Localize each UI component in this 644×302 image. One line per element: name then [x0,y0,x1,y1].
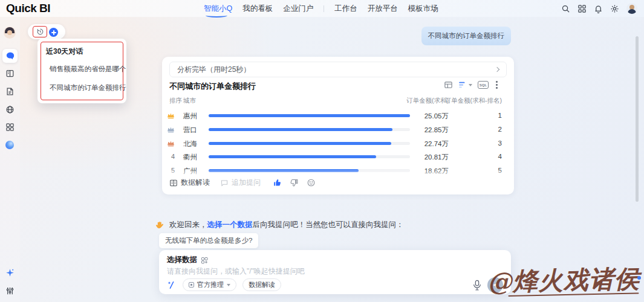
follow-up-button[interactable]: 追加提问 [220,178,261,188]
bell-icon[interactable] [594,4,603,13]
nav-item-6[interactable]: 模板市场 [408,4,438,14]
bar-fill [209,128,392,131]
follow-up-label: 追加提问 [232,178,261,188]
select-data-link[interactable]: 选择一个数据 [207,220,253,229]
column-sort: 排序 [169,97,182,105]
apps-grid-icon[interactable] [577,4,587,13]
bar-track [209,142,410,145]
history-item-label: 销售额最高的省份是哪个 [50,65,126,74]
adjust-sliders-icon[interactable] [5,286,15,295]
data-interpret-button[interactable]: 数据解读 [169,178,210,188]
interpret-book-icon [169,179,178,187]
city-cell: 营口 [183,126,197,135]
analysis-card: 分析完毕（用时25秒） 不同城市的订单金额排行 SQL 排序 城市 订单金额(求… [162,57,514,194]
bar-track [209,128,410,131]
top-nav: 智能小Q 我的看板 企业门户 工作台 开放平台 模板市场 [204,0,438,17]
analysis-status-text: 分析完毕（用时25秒） [177,65,250,75]
left-sidebar [0,17,20,302]
avatar-face [7,30,12,35]
history-button[interactable] [33,26,47,37]
data-interpret-label: 数据解读 [181,178,210,188]
rank-number-cell: 5 [428,167,502,174]
rank-medal-cell [167,140,179,147]
rank-medal-cell: 5 [167,167,179,174]
dataset-grid-icon [201,257,208,264]
bar-fill [209,169,359,172]
assistant-avatar[interactable] [4,27,16,39]
nav-item-4[interactable]: 工作台 [334,4,357,14]
card-footer: 数据解读 追加提问 [169,178,316,188]
sidebar-item-analysis[interactable] [5,105,15,114]
select-data-label: 选择数据 [167,255,197,265]
history-list-item[interactable]: 不同城市的订单金额排行 [46,83,118,92]
microphone-icon[interactable] [472,280,482,292]
chevron-down-icon [469,84,472,86]
quick-ask-icon[interactable] [167,280,177,290]
input-toolbar: 官方推理 数据解读 [167,278,281,291]
nav-item-1[interactable]: 智能小Q [204,4,232,14]
annotation-red-box: 近30天对话 销售额最高的省份是哪个 不同城市的订单金额排行 [41,42,123,100]
nav-item-3[interactable]: 企业门户 [283,4,313,14]
table-row: 4 衢州 20.81万 4 [162,150,514,164]
analysis-status-row[interactable]: 分析完毕（用时25秒） [169,62,507,77]
rank-medal-cell [167,126,179,133]
reasoning-mode-label: 官方推理 [197,280,224,289]
interpret-pill-label: 数据解读 [249,280,275,289]
chevron-down-icon [227,284,230,286]
suggestion-chip[interactable]: 无线端下单的总金额是多少? [159,233,258,248]
new-chat-button[interactable] [49,28,58,37]
quickbi-logo[interactable]: Quick BI [6,2,50,15]
watermark-dot [637,276,641,280]
search-icon[interactable] [561,4,570,13]
user-avatar[interactable] [626,3,637,14]
card-toolbar: SQL [444,80,499,89]
city-cell: 衢州 [183,153,197,162]
interpret-pill[interactable]: 数据解读 [242,278,281,291]
table-row: 营口 22.85万 2 [162,123,514,137]
more-menu-icon[interactable] [494,81,499,89]
ranked-bar-icon [458,81,467,89]
history-popup: 近30天对话 销售额最高的省份是哪个 不同城市的订单金额排行 [37,39,126,103]
chart-type-selector[interactable] [458,81,472,89]
sidebar-item-dashboard[interactable] [5,69,15,78]
sidebar-item-chat[interactable] [2,49,18,63]
user-message-bubble: 不同城市的订单金额排行 [421,27,512,45]
rank-number-cell: 2 [428,126,502,133]
reasoning-mode-pill[interactable]: 官方推理 [183,278,236,291]
emoji-feedback-icon[interactable] [307,178,316,187]
report-doc-icon [5,87,15,96]
question-input[interactable] [167,266,421,276]
model-icon [189,282,194,288]
bar-track [209,155,410,158]
select-data-button[interactable]: 选择数据 [167,255,208,265]
dashboard-book-icon [5,69,15,78]
nav-item-2[interactable]: 我的看板 [242,4,273,14]
thumbs-up-icon[interactable] [273,178,282,187]
sidebar-item-report[interactable] [5,87,15,96]
nav-divider [324,5,324,12]
ai-sparkle-icon[interactable] [5,268,15,277]
paper-plane-icon [492,281,499,289]
gear-icon[interactable] [610,4,619,13]
sql-view-icon[interactable]: SQL [478,81,489,89]
history-list-item[interactable]: 销售额最高的省份是哪个 [46,65,118,74]
avatar-body [628,9,636,14]
rank-medal-cell: 4 [167,153,179,160]
table-row: 北海 22.74万 3 [162,137,514,150]
bar-fill [209,114,410,117]
history-list: 销售额最高的省份是哪个 不同城市的订单金额排行 [46,65,118,92]
nav-item-5[interactable]: 开放平台 [368,4,398,14]
table-row: 惠州 25.05万 1 [162,109,514,123]
input-panel: 选择数据 官方推理 数据解读 [159,250,511,294]
sidebar-item-apps[interactable] [5,123,15,132]
table-view-icon[interactable] [444,80,453,89]
welcome-text: 欢迎回来，选择一个数据后向我提问吧！当然您也可以直接向我提问： [169,220,404,230]
send-button[interactable] [487,277,503,293]
vertical-scrollbar[interactable] [636,36,639,202]
rank-number-cell: 3 [428,140,502,147]
data-sphere-icon[interactable] [5,141,14,149]
rank-number-cell: 4 [428,153,502,160]
thumbs-down-icon[interactable] [290,178,299,187]
history-item-label: 不同城市的订单金额排行 [50,83,126,92]
bar-track [209,169,410,172]
